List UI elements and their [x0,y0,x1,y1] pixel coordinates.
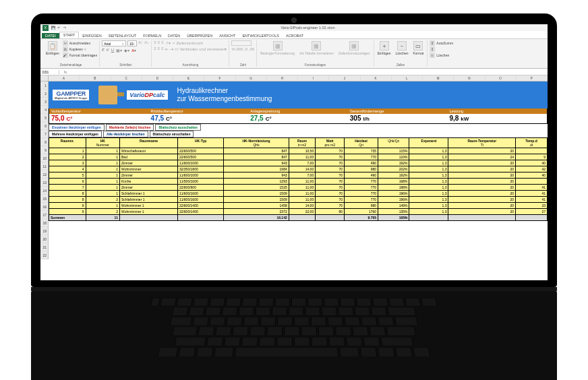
key[interactable] [174,337,206,346]
row-header[interactable]: 5 [40,114,49,122]
cut-button[interactable]: ✂Ausschneiden [63,40,97,46]
cell[interactable]: 1525 [224,185,289,191]
ribbon-tabs[interactable]: DATEISTARTEINFÜGENSEITENLAYOUTFORMELNDAT… [40,31,548,39]
cell[interactable]: 1 [86,166,119,172]
key[interactable] [226,317,242,325]
key[interactable] [239,307,255,316]
cell[interactable]: 980 [345,166,378,172]
row-header[interactable]: 9 [40,146,49,154]
cell[interactable]: 1 [49,148,86,154]
key[interactable] [259,337,275,346]
key[interactable] [291,298,306,306]
key[interactable] [276,337,293,346]
border-button[interactable]: ▦▾ [116,48,122,53]
cell[interactable]: 980 [345,203,378,209]
cell[interactable]: 490 [345,172,378,179]
column-header[interactable]: K [361,75,392,81]
cell[interactable]: 1984 [224,166,289,172]
align-mid-icon[interactable]: ≡ [158,40,160,45]
key[interactable] [322,307,337,316]
autosum-button[interactable]: ΣAutoSumm [430,40,453,46]
key[interactable] [395,348,413,358]
cell[interactable]: 9 [49,209,86,215]
column-header[interactable]: E [173,75,204,81]
font-name-select[interactable]: Arial▾ [102,40,126,46]
ribbon-tab-acrobat[interactable]: ACROBAT [283,33,307,38]
cell[interactable]: 24 [448,154,516,160]
column-Qhk/Qn[interactable]: Qhk/Qn [378,138,409,148]
cell[interactable]: 168% [378,179,409,185]
cell[interactable]: 20 [448,160,516,166]
cell[interactable]: Wirtschaftsraum [120,148,178,154]
key[interactable] [226,298,241,306]
key[interactable] [277,317,293,325]
redo-icon[interactable]: ↷ [63,26,67,30]
cell[interactable]: 115% [378,148,409,154]
clear-button[interactable]: ◇Löschen [430,53,449,58]
key[interactable] [387,307,416,316]
cell[interactable]: 1458 [224,203,289,209]
cell[interactable]: 22/600/500 [177,154,224,160]
cell[interactable]: 770 [345,191,378,197]
cell[interactable]: 70 [316,191,345,197]
column-header[interactable]: C [111,75,142,81]
column-HK[interactable]: HKNummer [86,138,119,148]
indent-inc-icon[interactable]: ⇥ [170,46,173,51]
quick-access-toolbar[interactable]: 💾 ↶ ↷ [51,26,67,30]
key[interactable] [289,307,304,316]
font-size-select[interactable]: 10▾ [127,40,137,46]
key[interactable] [378,317,394,325]
row-header[interactable]: 2 [40,90,49,98]
key[interactable] [172,327,198,336]
cell[interactable]: 70 [316,203,345,209]
key[interactable] [360,348,378,358]
cell[interactable]: 80 [316,209,345,215]
column-header[interactable]: I [298,75,329,81]
cell[interactable]: 11/600/1600 [177,197,224,203]
key[interactable] [243,317,260,325]
cell[interactable]: 1,3 [409,203,448,209]
ribbon-tab-ansicht[interactable]: ANSICHT [216,33,239,38]
key[interactable] [178,348,196,358]
key[interactable] [328,337,345,346]
key[interactable] [339,348,359,358]
key[interactable] [421,298,438,306]
cell[interactable] [516,148,548,154]
column-Raum-Temperatur[interactable]: Raum-TemperaturTi [448,138,516,148]
cell[interactable]: 20 [448,191,516,197]
cell[interactable]: 70 [316,179,345,185]
cell[interactable]: 847 [224,154,289,160]
cell[interactable]: 20 [448,185,516,191]
cell[interactable]: 70 [316,172,345,179]
insert-button[interactable]: ＋Einfügen [376,40,392,56]
copy-button[interactable]: ⧉Kopieren ▾ [63,46,97,52]
cell[interactable]: Wohnzimmer 1 [120,203,178,209]
grow-font-icon[interactable]: A↑ [138,40,143,46]
cell[interactable]: Küche [120,179,178,185]
row-header[interactable]: 14 [40,187,49,195]
column-HK-Normleistung[interactable]: HK-NormleistungQhk [224,138,289,148]
key[interactable] [361,317,378,325]
key[interactable] [214,348,234,358]
column-header[interactable]: D [142,75,173,81]
cell[interactable]: 1,3 [409,154,448,160]
key[interactable] [188,307,205,316]
cell[interactable]: 1,3 [409,197,448,203]
cell[interactable]: Zimmer [120,172,178,179]
cell[interactable]: 32/350/1800 [177,166,224,172]
cell[interactable]: 1 [86,160,119,166]
key[interactable] [192,317,209,325]
action-button[interactable]: Blattschutz ausschalten [155,124,200,131]
name-box[interactable]: D31 [40,70,59,74]
key[interactable] [346,337,363,346]
ribbon-tab-seitenlayout[interactable]: SEITENLAYOUT [105,33,140,38]
cell[interactable]: 1 [86,203,119,209]
key[interactable] [378,348,395,358]
key[interactable] [369,327,386,336]
row-header[interactable]: 16 [40,203,49,211]
cell[interactable]: Wohnzimmer [120,166,178,172]
key[interactable] [241,337,258,346]
keyboard[interactable] [34,298,554,357]
key[interactable] [260,317,276,325]
cell[interactable]: Bad [120,154,178,160]
